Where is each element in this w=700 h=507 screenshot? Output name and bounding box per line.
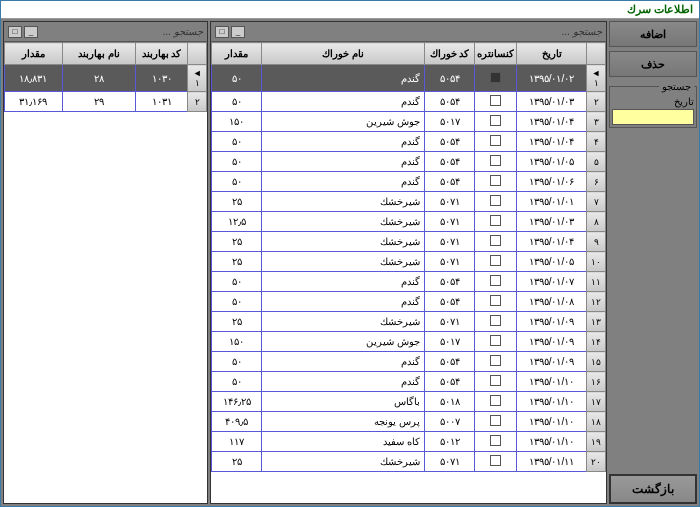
- side-grid-scroll[interactable]: كد بهاربند نام بهاربند مقدار ◄ ١١٠٣٠٢٨١٨…: [4, 42, 207, 503]
- cell-name: شيرخشك: [262, 452, 425, 472]
- cell-code: ۵٠٧١: [425, 312, 475, 332]
- cell-concentrate[interactable]: [475, 192, 517, 212]
- back-button[interactable]: بازگشت: [609, 474, 697, 504]
- cell-code: ۵٠۵۴: [425, 352, 475, 372]
- table-row[interactable]: ◄ ١١٣٩٥/٠١/٠٢۵٠۵۴گندم۵٠: [212, 65, 606, 92]
- cell-name: كاه سفید: [262, 432, 425, 452]
- main-area: اضافه حذف جستجو تاریخ بازگشت جستجو ... _…: [1, 19, 699, 506]
- col-qty[interactable]: مقدار: [212, 43, 262, 65]
- cell-qty: ٢۵: [212, 252, 262, 272]
- table-row[interactable]: ٧١٣٩٥/٠١/٠١۵٠٧١شیرخشك٢۵: [212, 192, 606, 212]
- table-row[interactable]: ٩١٣٩٥/٠١/٠۴۵٠٧١شيرخشك٢۵: [212, 232, 606, 252]
- maximize-icon[interactable]: □: [215, 26, 229, 38]
- cell-concentrate[interactable]: [475, 92, 517, 112]
- cell-name: گندم: [262, 65, 425, 92]
- col-date[interactable]: تاریخ: [517, 43, 587, 65]
- table-row[interactable]: ٢١٣٩٥/٠١/٠٣۵٠۵۴گندم۵٠: [212, 92, 606, 112]
- table-row[interactable]: ١٢١٣٩٥/٠١/٠٨۵٠۵۴گندم۵٠: [212, 292, 606, 312]
- cell-date: ١٣٩٥/٠١/٠٩: [517, 352, 587, 372]
- cell-concentrate[interactable]: [475, 372, 517, 392]
- row-number: ١٧: [587, 392, 606, 412]
- minimize-icon[interactable]: _: [231, 26, 245, 38]
- table-row[interactable]: ٨١٣٩٥/٠١/٠٣۵٠٧١شيرخشك١٢٫۵: [212, 212, 606, 232]
- col-feed-name[interactable]: نام خوراك: [262, 43, 425, 65]
- cell-date: ١٣٩٥/٠١/١١: [517, 452, 587, 472]
- minimize-icon[interactable]: _: [24, 26, 38, 38]
- table-row[interactable]: ١٩١٣٩٥/٠١/١٠۵٠١٢كاه سفید١١٧: [212, 432, 606, 452]
- row-number: ١١: [587, 272, 606, 292]
- sidebar: اضافه حذف جستجو تاریخ بازگشت: [609, 21, 697, 504]
- table-row[interactable]: ۴١٣٩٥/٠١/٠۴۵٠۵۴گندم۵٠: [212, 132, 606, 152]
- cell-code: ۵٠۵۴: [425, 272, 475, 292]
- cell-code: ۵٠۵۴: [425, 92, 475, 112]
- table-row[interactable]: ١٧١٣٩٥/٠١/١٠۵٠١٨باگاس١۴۶٫٢۵: [212, 392, 606, 412]
- cell-name: جوش شیرین: [262, 112, 425, 132]
- cell-concentrate[interactable]: [475, 172, 517, 192]
- row-number: ١۴: [587, 332, 606, 352]
- cell-name: گندم: [262, 272, 425, 292]
- cell-concentrate[interactable]: [475, 332, 517, 352]
- cell-qty: ٢۵: [212, 452, 262, 472]
- date-input[interactable]: [612, 109, 694, 125]
- cell-concentrate[interactable]: [475, 452, 517, 472]
- cell-qty: ١۵٠: [212, 112, 262, 132]
- col-rownum: [587, 43, 606, 65]
- main-grid-panel: جستجو ... _ □ تاریخ کنسانتره كد خوراك نا…: [210, 21, 607, 504]
- cell-code: ۵٠۵۴: [425, 65, 475, 92]
- cell-concentrate[interactable]: [475, 352, 517, 372]
- cell-concentrate[interactable]: [475, 312, 517, 332]
- table-row[interactable]: ١١١٣٩٥/٠١/٠٧۵٠۵۴گندم۵٠: [212, 272, 606, 292]
- col-barn-name[interactable]: نام بهاربند: [62, 43, 135, 65]
- table-row[interactable]: ١۶١٣٩٥/٠١/١٠۵٠۵۴گندم۵٠: [212, 372, 606, 392]
- cell-concentrate[interactable]: [475, 252, 517, 272]
- row-number: ١٣: [587, 312, 606, 332]
- col-rownum: [188, 43, 207, 65]
- table-row[interactable]: ۵١٣٩٥/٠١/٠۵۵٠۵۴گندم۵٠: [212, 152, 606, 172]
- col-feed-code[interactable]: كد خوراك: [425, 43, 475, 65]
- table-row[interactable]: ٢٠١٣٩٥/٠١/١١۵٠٧١شيرخشك٢۵: [212, 452, 606, 472]
- maximize-icon[interactable]: □: [8, 26, 22, 38]
- add-button[interactable]: اضافه: [609, 21, 697, 47]
- cell-name: گندم: [262, 152, 425, 172]
- cell-name: باگاس: [262, 392, 425, 412]
- cell-name: جوش شیرین: [262, 332, 425, 352]
- cell-qty: ٢۵: [212, 312, 262, 332]
- cell-concentrate[interactable]: [475, 112, 517, 132]
- panel-header: جستجو ... _ □: [4, 22, 207, 42]
- cell-concentrate[interactable]: [475, 292, 517, 312]
- row-number: ۵: [587, 152, 606, 172]
- table-row[interactable]: ١٨١٣٩٥/٠١/١٠۵٠٠٧پرس یونجه۴٠٩٫۵: [212, 412, 606, 432]
- col-concentrate[interactable]: کنسانتره: [475, 43, 517, 65]
- cell-concentrate[interactable]: [475, 65, 517, 92]
- table-row[interactable]: ١۵١٣٩٥/٠١/٠٩۵٠۵۴گندم۵٠: [212, 352, 606, 372]
- cell-code: ۵٠٧١: [425, 192, 475, 212]
- table-row[interactable]: ٢١٠٣١٢٩٣١٫١۶٩: [5, 92, 207, 112]
- cell-concentrate[interactable]: [475, 392, 517, 412]
- col-qty[interactable]: مقدار: [5, 43, 63, 65]
- cell-date: ١٣٩٥/٠١/٠۵: [517, 252, 587, 272]
- search-group-label: جستجو: [659, 81, 694, 92]
- cell-concentrate[interactable]: [475, 272, 517, 292]
- table-row[interactable]: ١٣١٣٩٥/٠١/٠٩۵٠٧١شيرخشك٢۵: [212, 312, 606, 332]
- main-grid-scroll[interactable]: تاریخ کنسانتره كد خوراك نام خوراك مقدار …: [211, 42, 606, 503]
- cell-concentrate[interactable]: [475, 412, 517, 432]
- search-hint: جستجو ...: [163, 26, 203, 37]
- cell-concentrate[interactable]: [475, 152, 517, 172]
- table-row[interactable]: ٣١٣٩٥/٠١/٠۴۵٠١٧جوش شیرین١۵٠: [212, 112, 606, 132]
- row-number: ◄ ١: [188, 65, 207, 92]
- cell-date: ١٣٩٥/٠١/٠٣: [517, 212, 587, 232]
- cell-name: ٢٨: [62, 65, 135, 92]
- table-row[interactable]: ١۴١٣٩٥/٠١/٠٩۵٠١٧جوش شیرین١۵٠: [212, 332, 606, 352]
- col-barn-code[interactable]: كد بهاربند: [135, 43, 187, 65]
- table-row[interactable]: ١٠١٣٩٥/٠١/٠۵۵٠٧١شيرخشك٢۵: [212, 252, 606, 272]
- cell-concentrate[interactable]: [475, 232, 517, 252]
- cell-concentrate[interactable]: [475, 432, 517, 452]
- table-row[interactable]: ۶١٣٩٥/٠١/٠۶۵٠۵۴گندم۵٠: [212, 172, 606, 192]
- cell-concentrate[interactable]: [475, 132, 517, 152]
- cell-code: ۵٠١٧: [425, 112, 475, 132]
- date-label: تاریخ: [612, 96, 694, 107]
- table-row[interactable]: ◄ ١١٠٣٠٢٨١٨٫٨٣١: [5, 65, 207, 92]
- delete-button[interactable]: حذف: [609, 51, 697, 77]
- window-title: اطلاعات سرك: [627, 3, 693, 15]
- cell-concentrate[interactable]: [475, 212, 517, 232]
